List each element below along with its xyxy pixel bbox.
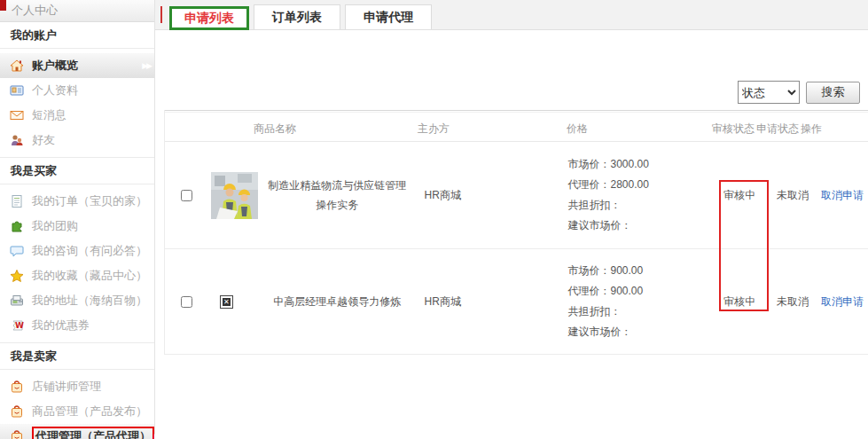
sidebar-item-group-buy[interactable]: 我的团购: [0, 214, 154, 239]
sidebar-title: 个人中心: [0, 0, 154, 22]
review-status: 审核中: [710, 188, 769, 203]
shared-discount: 共担折扣：: [567, 302, 710, 322]
table-row: ✕ 中高层经理卓越领导力修炼 HR商城 市场价：900.00 代理价：900.0…: [165, 249, 868, 355]
tab-label: 订单列表: [272, 10, 322, 26]
agent-price: 代理价：900.00: [567, 281, 710, 302]
cancel-application-link[interactable]: 取消申请: [821, 189, 864, 201]
tab-apply-agent[interactable]: 申请代理: [345, 4, 432, 29]
sidebar-item-friends[interactable]: 好友: [0, 128, 154, 153]
sidebar-item-label: 代理管理（产品代理）: [35, 429, 151, 439]
price-block: 市场价：900.00 代理价：900.00 共担折扣： 建议市场价：: [495, 261, 710, 342]
sidebar-item-profile[interactable]: 个人资料: [0, 78, 154, 103]
sidebar-item-agent-management[interactable]: 代理管理（产品代理） ▶▶: [0, 424, 154, 439]
col-header-organizer: 主办方: [418, 122, 450, 137]
sidebar-item-address[interactable]: 我的地址（海纳百物）: [0, 288, 154, 313]
puzzle-icon: [9, 219, 25, 233]
sidebar-item-label: 个人资料: [32, 82, 78, 98]
shopping-bag-icon: [9, 380, 25, 394]
coupon-icon: W: [9, 318, 25, 333]
sidebar-item-label: 我的收藏（藏品中心）: [32, 268, 147, 284]
chat-bubble-icon: [9, 244, 25, 258]
filter-toolbar: 状态 搜索: [155, 82, 868, 103]
main-content: 申请列表 订单列表 申请代理 状态 搜索 商品名称 主办方 价格 审核状态 申请…: [155, 0, 868, 439]
sidebar-item-lecturer-management[interactable]: 店铺讲师管理: [0, 374, 154, 399]
star-icon: [9, 269, 25, 283]
sidebar-item-label: 商品管理（产品发布）: [32, 404, 147, 419]
order-list-icon: [9, 194, 25, 208]
sidebar-item-label: 好友: [32, 132, 55, 148]
table-header: 商品名称 主办方 价格 审核状态 申请状态 操作: [165, 113, 868, 142]
broken-image-icon: ✕: [220, 295, 233, 309]
shopping-bag-icon: [9, 429, 25, 439]
id-card-icon: [9, 83, 25, 98]
mail-icon: [9, 108, 25, 122]
apply-status: 未取消: [769, 188, 817, 203]
applications-table: 商品名称 主办方 价格 审核状态 申请状态 操作: [164, 110, 868, 355]
sidebar-item-consultation[interactable]: 我的咨询（有问必答）: [0, 239, 154, 263]
tab-application-list[interactable]: 申请列表: [169, 6, 249, 30]
sidebar-item-label: 我的咨询（有问必答）: [32, 243, 147, 259]
agent-price: 代理价：2800.00: [567, 175, 710, 195]
review-status: 审核中: [710, 294, 769, 310]
svg-text:W: W: [15, 321, 24, 330]
sidebar-section-buyer: 我是买家: [0, 157, 154, 184]
sidebar: 个人中心 我的账户 账户概览 ▶▶ 个人资料 短消息 好友: [0, 0, 155, 439]
tab-label: 申请列表: [184, 11, 234, 27]
col-header-apply-status: 申请状态: [756, 122, 799, 137]
search-button[interactable]: 搜索: [806, 82, 860, 104]
suggested-price: 建议市场价：: [567, 322, 710, 342]
sidebar-item-product-management[interactable]: 商品管理（产品发布）: [0, 399, 154, 424]
sidebar-section-my-account: 我的账户: [0, 22, 154, 49]
sidebar-item-label: 我的地址（海纳百物）: [32, 293, 147, 309]
sidebar-item-label: 我的订单（宝贝的家）: [32, 193, 147, 209]
friends-icon: [9, 133, 25, 147]
status-select[interactable]: 状态: [738, 81, 800, 104]
sidebar-item-label: 短消息: [32, 107, 66, 123]
sidebar-item-favorites[interactable]: 我的收藏（藏品中心）: [0, 263, 154, 288]
organizer: HR商城: [411, 188, 496, 203]
market-price: 市场价：900.00: [567, 261, 710, 281]
red-corner-mark: [0, 0, 6, 11]
sidebar-item-label: 账户概览: [32, 58, 78, 74]
product-name: 制造业精益物流与供应链管理操作实务: [264, 176, 411, 215]
annotation-agent-management: 代理管理（产品代理）: [32, 427, 154, 439]
price-block: 市场价：3000.00 代理价：2800.00 共担折扣： 建议市场价：: [495, 154, 710, 236]
table-row: 制造业精益物流与供应链管理操作实务 HR商城 市场价：3000.00 代理价：2…: [165, 142, 868, 249]
col-header-price: 价格: [567, 122, 588, 137]
tab-label: 申请代理: [364, 10, 413, 26]
col-header-operation: 操作: [801, 122, 822, 137]
chevron-right-icon: ▶▶: [142, 61, 152, 70]
col-header-review-status: 审核状态: [712, 122, 755, 137]
shared-discount: 共担折扣：: [567, 195, 710, 216]
sidebar-item-label: 店铺讲师管理: [32, 379, 101, 395]
sidebar-section-seller: 我是卖家: [0, 342, 154, 370]
product-photo-workers: [211, 172, 258, 219]
organizer: HR商城: [411, 294, 496, 310]
sidebar-item-messages[interactable]: 短消息: [0, 103, 154, 128]
sidebar-item-coupons[interactable]: W 我的优惠券: [0, 313, 154, 338]
tab-bar: 申请列表 订单列表 申请代理: [155, 0, 868, 30]
sidebar-item-account-overview[interactable]: 账户概览 ▶▶: [0, 53, 154, 78]
shopping-bag-icon: [9, 404, 25, 419]
col-header-product-name: 商品名称: [254, 122, 296, 137]
sidebar-item-label: 我的团购: [32, 218, 78, 234]
tab-order-list[interactable]: 订单列表: [254, 4, 340, 29]
row-checkbox[interactable]: [181, 296, 192, 308]
sidebar-item-my-orders[interactable]: 我的订单（宝贝的家）: [0, 189, 154, 214]
sidebar-item-label: 我的优惠券: [32, 317, 90, 333]
fax-machine-icon: [9, 294, 25, 308]
home-icon: [9, 59, 25, 73]
cancel-application-link[interactable]: 取消申请: [821, 295, 864, 308]
apply-status: 未取消: [769, 294, 817, 310]
market-price: 市场价：3000.00: [567, 154, 710, 175]
row-checkbox[interactable]: [181, 190, 192, 201]
product-name: 中高层经理卓越领导力修炼: [264, 292, 411, 311]
suggested-price: 建议市场价：: [567, 216, 710, 236]
red-tab-edge-mark: [160, 6, 162, 23]
